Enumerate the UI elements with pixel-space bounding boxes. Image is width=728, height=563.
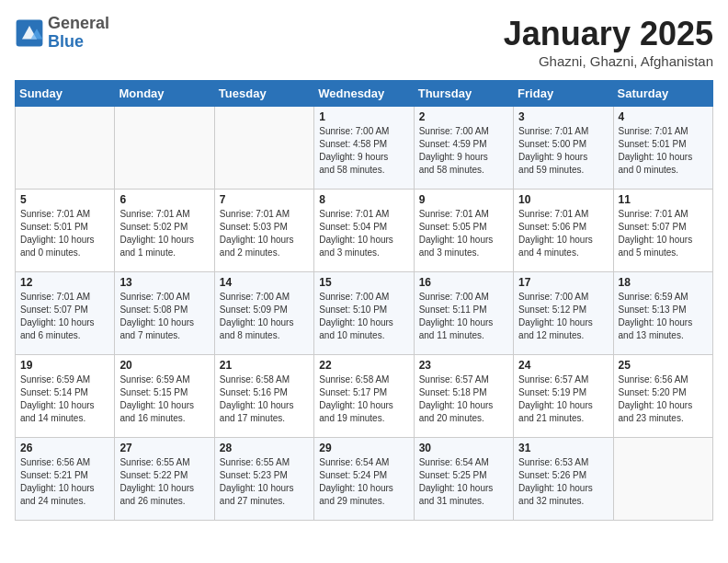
day-number: 2 xyxy=(419,110,508,123)
day-number: 15 xyxy=(319,276,408,289)
day-number: 10 xyxy=(518,193,608,206)
day-number: 6 xyxy=(119,193,209,206)
calendar-week-4: 19Sunrise: 6:59 AMSunset: 5:14 PMDayligh… xyxy=(16,355,713,438)
day-number: 11 xyxy=(619,193,708,206)
day-number: 12 xyxy=(20,276,109,289)
day-info: Sunrise: 6:57 AMSunset: 5:18 PMDaylight:… xyxy=(419,373,508,425)
calendar-cell: 13Sunrise: 7:00 AMSunset: 5:08 PMDayligh… xyxy=(115,272,214,355)
header-thursday: Thursday xyxy=(414,81,513,107)
day-number: 18 xyxy=(619,276,708,289)
day-info: Sunrise: 7:01 AMSunset: 5:03 PMDaylight:… xyxy=(220,208,309,259)
calendar-cell: 27Sunrise: 6:55 AMSunset: 5:22 PMDayligh… xyxy=(115,438,214,521)
day-info: Sunrise: 6:54 AMSunset: 5:24 PMDaylight:… xyxy=(319,456,408,508)
day-number: 8 xyxy=(319,193,408,206)
day-info: Sunrise: 6:59 AMSunset: 5:14 PMDaylight:… xyxy=(20,373,109,425)
header-friday: Friday xyxy=(514,81,613,107)
day-number: 28 xyxy=(220,442,309,454)
calendar-cell: 16Sunrise: 7:00 AMSunset: 5:11 PMDayligh… xyxy=(414,272,513,355)
calendar-cell: 8Sunrise: 7:01 AMSunset: 5:04 PMDaylight… xyxy=(314,190,414,272)
day-info: Sunrise: 7:00 AMSunset: 4:58 PMDaylight:… xyxy=(319,125,408,177)
day-info: Sunrise: 7:00 AMSunset: 5:10 PMDaylight:… xyxy=(319,291,408,342)
calendar-cell: 17Sunrise: 7:00 AMSunset: 5:12 PMDayligh… xyxy=(514,272,613,355)
day-info: Sunrise: 6:59 AMSunset: 5:13 PMDaylight:… xyxy=(619,291,708,342)
logo-blue: Blue xyxy=(48,33,109,52)
day-info: Sunrise: 7:01 AMSunset: 5:00 PMDaylight:… xyxy=(518,125,608,177)
calendar-cell xyxy=(613,438,712,521)
calendar-cell: 14Sunrise: 7:00 AMSunset: 5:09 PMDayligh… xyxy=(214,272,313,355)
day-info: Sunrise: 7:01 AMSunset: 5:01 PMDaylight:… xyxy=(619,125,708,177)
calendar-cell xyxy=(115,107,214,190)
calendar-cell: 28Sunrise: 6:55 AMSunset: 5:23 PMDayligh… xyxy=(214,438,313,521)
calendar-cell: 12Sunrise: 7:01 AMSunset: 5:07 PMDayligh… xyxy=(16,272,115,355)
day-info: Sunrise: 7:01 AMSunset: 5:04 PMDaylight:… xyxy=(319,208,408,259)
day-number: 3 xyxy=(518,110,608,123)
header-tuesday: Tuesday xyxy=(214,81,313,107)
calendar-table: SundayMondayTuesdayWednesdayThursdayFrid… xyxy=(15,80,713,521)
day-info: Sunrise: 6:57 AMSunset: 5:19 PMDaylight:… xyxy=(518,373,608,425)
calendar-cell: 24Sunrise: 6:57 AMSunset: 5:19 PMDayligh… xyxy=(514,355,613,438)
header-sunday: Sunday xyxy=(16,81,115,107)
day-info: Sunrise: 7:00 AMSunset: 5:11 PMDaylight:… xyxy=(419,291,508,342)
calendar-cell: 29Sunrise: 6:54 AMSunset: 5:24 PMDayligh… xyxy=(314,438,414,521)
day-info: Sunrise: 7:00 AMSunset: 4:59 PMDaylight:… xyxy=(419,125,508,177)
day-info: Sunrise: 6:56 AMSunset: 5:20 PMDaylight:… xyxy=(619,373,708,425)
calendar-cell: 15Sunrise: 7:00 AMSunset: 5:10 PMDayligh… xyxy=(314,272,414,355)
day-number: 5 xyxy=(20,193,109,206)
calendar-title: January 2025 xyxy=(504,15,713,53)
day-number: 31 xyxy=(518,442,608,454)
day-number: 13 xyxy=(119,276,209,289)
logo-general: General xyxy=(48,15,109,33)
calendar-week-2: 5Sunrise: 7:01 AMSunset: 5:01 PMDaylight… xyxy=(16,190,713,272)
day-number: 4 xyxy=(619,110,708,123)
day-info: Sunrise: 7:01 AMSunset: 5:05 PMDaylight:… xyxy=(419,208,508,259)
day-info: Sunrise: 6:56 AMSunset: 5:21 PMDaylight:… xyxy=(20,456,109,508)
day-info: Sunrise: 6:58 AMSunset: 5:17 PMDaylight:… xyxy=(319,373,408,425)
day-number: 7 xyxy=(220,193,309,206)
day-number: 29 xyxy=(319,442,408,454)
day-number: 25 xyxy=(619,359,708,372)
day-number: 17 xyxy=(518,276,608,289)
logo: General Blue xyxy=(15,15,109,52)
calendar-cell: 3Sunrise: 7:01 AMSunset: 5:00 PMDaylight… xyxy=(514,107,613,190)
calendar-cell: 25Sunrise: 6:56 AMSunset: 5:20 PMDayligh… xyxy=(613,355,712,438)
day-info: Sunrise: 6:53 AMSunset: 5:26 PMDaylight:… xyxy=(518,456,608,508)
header-wednesday: Wednesday xyxy=(314,81,414,107)
day-number: 27 xyxy=(119,442,209,454)
calendar-cell: 26Sunrise: 6:56 AMSunset: 5:21 PMDayligh… xyxy=(16,438,115,521)
page-header: General Blue January 2025 Ghazni, Ghazni… xyxy=(15,15,713,69)
day-number: 22 xyxy=(319,359,408,372)
calendar-cell xyxy=(214,107,313,190)
calendar-cell: 7Sunrise: 7:01 AMSunset: 5:03 PMDaylight… xyxy=(214,190,313,272)
day-info: Sunrise: 7:01 AMSunset: 5:07 PMDaylight:… xyxy=(20,291,109,342)
logo-icon xyxy=(15,18,44,48)
day-info: Sunrise: 6:54 AMSunset: 5:25 PMDaylight:… xyxy=(419,456,508,508)
header-saturday: Saturday xyxy=(613,81,712,107)
day-info: Sunrise: 6:58 AMSunset: 5:16 PMDaylight:… xyxy=(220,373,309,425)
day-info: Sunrise: 7:00 AMSunset: 5:09 PMDaylight:… xyxy=(220,291,309,342)
calendar-week-3: 12Sunrise: 7:01 AMSunset: 5:07 PMDayligh… xyxy=(16,272,713,355)
day-info: Sunrise: 7:01 AMSunset: 5:06 PMDaylight:… xyxy=(518,208,608,259)
calendar-cell: 11Sunrise: 7:01 AMSunset: 5:07 PMDayligh… xyxy=(613,190,712,272)
day-number: 19 xyxy=(20,359,109,372)
day-number: 1 xyxy=(319,110,408,123)
day-info: Sunrise: 7:01 AMSunset: 5:01 PMDaylight:… xyxy=(20,208,109,259)
day-number: 23 xyxy=(419,359,508,372)
calendar-cell: 20Sunrise: 6:59 AMSunset: 5:15 PMDayligh… xyxy=(115,355,214,438)
title-block: January 2025 Ghazni, Ghazni, Afghanistan xyxy=(504,15,713,69)
day-info: Sunrise: 6:59 AMSunset: 5:15 PMDaylight:… xyxy=(119,373,209,425)
day-number: 9 xyxy=(419,193,508,206)
calendar-cell: 30Sunrise: 6:54 AMSunset: 5:25 PMDayligh… xyxy=(414,438,513,521)
calendar-cell: 9Sunrise: 7:01 AMSunset: 5:05 PMDaylight… xyxy=(414,190,513,272)
header-monday: Monday xyxy=(115,81,214,107)
calendar-cell: 21Sunrise: 6:58 AMSunset: 5:16 PMDayligh… xyxy=(214,355,313,438)
calendar-header-row: SundayMondayTuesdayWednesdayThursdayFrid… xyxy=(16,81,713,107)
calendar-cell: 19Sunrise: 6:59 AMSunset: 5:14 PMDayligh… xyxy=(16,355,115,438)
calendar-cell: 18Sunrise: 6:59 AMSunset: 5:13 PMDayligh… xyxy=(613,272,712,355)
calendar-week-1: 1Sunrise: 7:00 AMSunset: 4:58 PMDaylight… xyxy=(16,107,713,190)
day-info: Sunrise: 7:00 AMSunset: 5:08 PMDaylight:… xyxy=(119,291,209,342)
day-number: 16 xyxy=(419,276,508,289)
day-info: Sunrise: 7:01 AMSunset: 5:07 PMDaylight:… xyxy=(619,208,708,259)
logo-text: General Blue xyxy=(48,15,109,52)
calendar-week-5: 26Sunrise: 6:56 AMSunset: 5:21 PMDayligh… xyxy=(16,438,713,521)
day-number: 26 xyxy=(20,442,109,454)
